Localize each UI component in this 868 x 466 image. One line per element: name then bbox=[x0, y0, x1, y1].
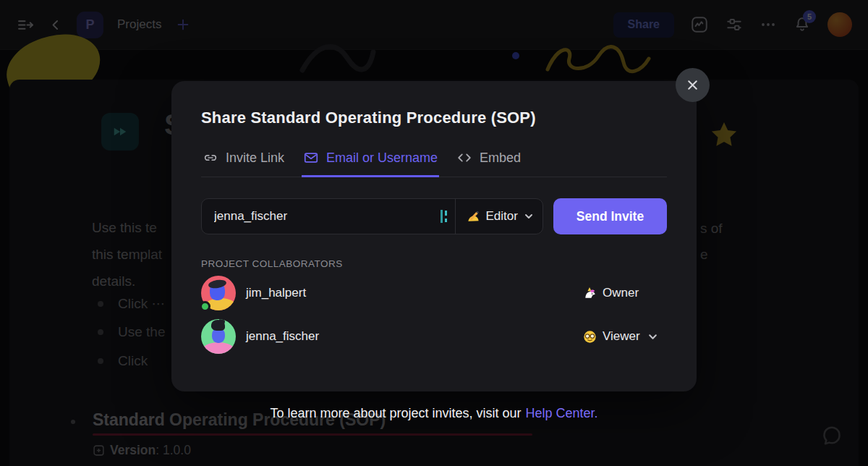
collaborator-row: jim_halpert Owner bbox=[201, 271, 667, 315]
avatar bbox=[201, 276, 236, 310]
collaborator-role: Viewer bbox=[583, 329, 667, 344]
code-brackets-icon bbox=[456, 150, 472, 166]
close-icon bbox=[685, 77, 700, 93]
modal-title: Share Standard Operating Procedure (SOP) bbox=[201, 109, 667, 127]
tab-embed[interactable]: Embed bbox=[455, 150, 522, 177]
role-label: Viewer bbox=[603, 329, 640, 344]
chevron-down-icon bbox=[647, 331, 658, 342]
app-screen: P Projects Share bbox=[0, 0, 868, 466]
role-dropdown-value: Editor bbox=[486, 209, 518, 224]
share-modal: Share Standard Operating Procedure (SOP)… bbox=[171, 81, 697, 391]
send-invite-button[interactable]: Send Invite bbox=[553, 198, 667, 234]
help-center-link[interactable]: Help Center. bbox=[526, 406, 598, 420]
tab-label: Embed bbox=[480, 151, 521, 166]
writing-hand-emoji bbox=[467, 210, 480, 224]
invite-input[interactable] bbox=[202, 209, 441, 224]
online-status-dot bbox=[200, 301, 210, 312]
role-dropdown-toggle[interactable] bbox=[647, 331, 658, 342]
footer-note: To learn more about project invites, vis… bbox=[0, 406, 868, 421]
nerd-face-emoji bbox=[583, 330, 597, 344]
footer-text: To learn more about project invites, vis… bbox=[270, 406, 521, 420]
collaborators-list: jim_halpert Owner jenn bbox=[201, 271, 667, 358]
unicorn-emoji bbox=[583, 287, 597, 300]
invite-input-group: Editor bbox=[201, 198, 543, 234]
collaborators-heading: PROJECT COLLABORATORS bbox=[201, 258, 667, 269]
collaborator-role: Owner bbox=[583, 286, 667, 300]
tab-email-or-username[interactable]: Email or Username bbox=[302, 150, 439, 177]
tab-label: Invite Link bbox=[226, 151, 284, 166]
tab-label: Email or Username bbox=[326, 151, 438, 166]
avatar bbox=[201, 319, 236, 354]
mail-icon bbox=[303, 150, 319, 166]
chevron-down-icon bbox=[524, 211, 534, 221]
role-dropdown[interactable]: Editor bbox=[456, 209, 542, 224]
collaborator-name: jenna_fischer bbox=[246, 329, 319, 344]
collaborator-name: jim_halpert bbox=[246, 286, 306, 300]
collab-caret-icon bbox=[441, 210, 448, 223]
collaborator-row: jenna_fischer Viewer bbox=[201, 315, 667, 358]
tab-invite-link[interactable]: Invite Link bbox=[201, 150, 286, 177]
invite-row: Editor Send Invite bbox=[201, 198, 667, 234]
link-icon bbox=[203, 150, 218, 166]
close-button[interactable] bbox=[676, 68, 710, 102]
share-tabs: Invite Link Email or Username Embed bbox=[201, 150, 667, 177]
role-label: Owner bbox=[603, 286, 639, 300]
